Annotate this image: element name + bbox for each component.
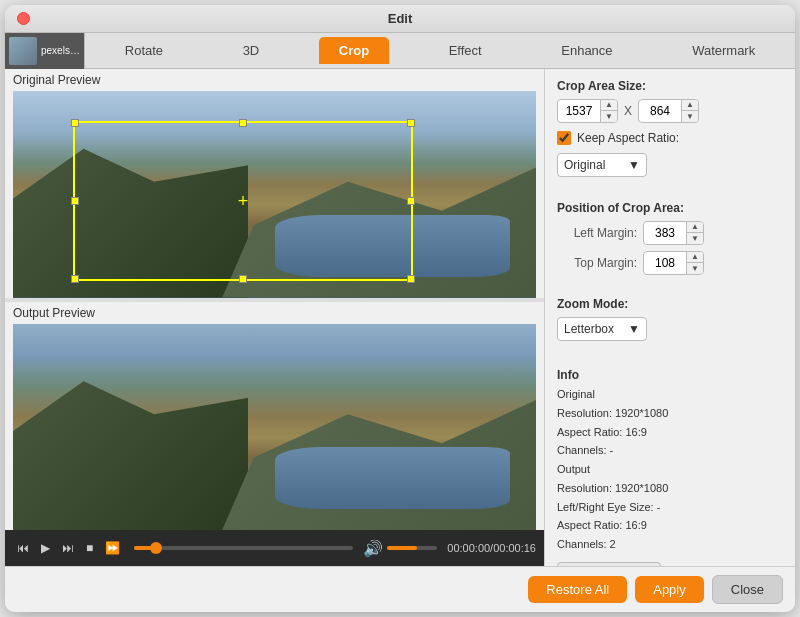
skip-forward-button[interactable]: ⏭	[58, 539, 78, 557]
left-margin-spinbox[interactable]: ▲ ▼	[643, 221, 704, 245]
zoom-dropdown[interactable]: Letterbox ▼	[557, 317, 647, 341]
right-panel: Crop Area Size: ▲ ▼ X ▲ ▼	[545, 69, 795, 566]
controls-bar: ⏮ ▶ ⏭ ■ ⏩ 🔊 00:00:00/00:00:16	[5, 530, 544, 566]
aspect-dropdown-value: Original	[564, 158, 605, 172]
main-window: Edit pexels-ma... Rotate 3D Crop Effect …	[5, 5, 795, 612]
close-button[interactable]: Close	[712, 575, 783, 604]
height-up-button[interactable]: ▲	[682, 99, 698, 111]
crop-handle-tl[interactable]	[71, 119, 79, 127]
stop-button[interactable]: ■	[82, 539, 97, 557]
crop-size-row: ▲ ▼ X ▲ ▼	[557, 99, 783, 123]
tab-crop[interactable]: Crop	[319, 37, 389, 64]
position-title: Position of Crop Area:	[557, 201, 783, 215]
aspect-dropdown[interactable]: Original ▼	[557, 153, 647, 177]
output-preview-video	[13, 324, 536, 531]
skip-back-button[interactable]: ⏮	[13, 539, 33, 557]
tab-bar: pexels-ma... Rotate 3D Crop Effect Enhan…	[5, 33, 795, 69]
original-preview-label: Original Preview	[5, 69, 544, 91]
height-spinbox[interactable]: ▲ ▼	[638, 99, 699, 123]
info-block: Info Original Resolution: 1920*1080 Aspe…	[557, 365, 783, 554]
crop-handle-br[interactable]	[407, 275, 415, 283]
title-bar: Edit	[5, 5, 795, 33]
top-margin-spin-arrows: ▲ ▼	[686, 251, 703, 275]
progress-dot	[150, 542, 162, 554]
original-preview-video: +	[13, 91, 536, 298]
tab-rotate[interactable]: Rotate	[105, 37, 183, 64]
thumbnail-image	[9, 37, 37, 65]
top-margin-row: Top Margin: ▲ ▼	[557, 251, 783, 275]
original-preview-section: Original Preview	[5, 69, 544, 298]
output-preview-label: Output Preview	[5, 302, 544, 324]
volume-icon[interactable]: 🔊	[363, 539, 383, 558]
top-margin-down[interactable]: ▼	[687, 263, 703, 275]
tab-enhance[interactable]: Enhance	[541, 37, 632, 64]
height-input[interactable]	[639, 102, 681, 120]
left-margin-up[interactable]: ▲	[687, 221, 703, 233]
preview-panel: Original Preview	[5, 69, 545, 566]
info-original-aspect: Aspect Ratio: 16:9	[557, 423, 783, 442]
width-up-button[interactable]: ▲	[601, 99, 617, 111]
info-output-channels: Channels: 2	[557, 535, 783, 554]
window-title: Edit	[388, 11, 413, 26]
next-frame-button[interactable]: ⏩	[101, 539, 124, 557]
left-margin-label: Left Margin:	[557, 226, 637, 240]
crop-handle-tm[interactable]	[239, 119, 247, 127]
left-margin-spin-arrows: ▲ ▼	[686, 221, 703, 245]
width-spinbox[interactable]: ▲ ▼	[557, 99, 618, 123]
info-output-eye-size: Left/Right Eye Size: -	[557, 498, 783, 517]
width-input[interactable]	[558, 102, 600, 120]
crop-handle-mr[interactable]	[407, 197, 415, 205]
x-separator: X	[624, 104, 632, 118]
progress-track[interactable]	[134, 546, 353, 550]
top-margin-input[interactable]	[644, 254, 686, 272]
crop-handle-tr[interactable]	[407, 119, 415, 127]
volume-area: 🔊	[363, 539, 437, 558]
width-down-button[interactable]: ▼	[601, 111, 617, 123]
keep-aspect-row: Keep Aspect Ratio:	[557, 131, 783, 145]
top-margin-spinbox[interactable]: ▲ ▼	[643, 251, 704, 275]
info-output-label: Output	[557, 460, 783, 479]
height-spin-arrows: ▲ ▼	[681, 99, 698, 123]
info-output-aspect: Aspect Ratio: 16:9	[557, 516, 783, 535]
info-original-label: Original	[557, 385, 783, 404]
tab-3d[interactable]: 3D	[223, 37, 280, 64]
crop-handle-ml[interactable]	[71, 197, 79, 205]
output-lake-shape	[275, 447, 510, 509]
crop-handle-bl[interactable]	[71, 275, 79, 283]
info-original-channels: Channels: -	[557, 441, 783, 460]
zoom-dropdown-row: Letterbox ▼	[557, 317, 783, 341]
keep-aspect-label: Keep Aspect Ratio:	[577, 131, 679, 145]
height-down-button[interactable]: ▼	[682, 111, 698, 123]
left-margin-down[interactable]: ▼	[687, 233, 703, 245]
output-preview-section: Output Preview	[5, 302, 544, 531]
zoom-mode-title: Zoom Mode:	[557, 297, 783, 311]
close-window-button[interactable]	[17, 12, 30, 25]
volume-fill	[387, 546, 417, 550]
time-display: 00:00:00/00:00:16	[447, 542, 536, 554]
main-content: Original Preview	[5, 69, 795, 566]
apply-button[interactable]: Apply	[635, 576, 704, 603]
left-margin-input[interactable]	[644, 224, 686, 242]
left-margin-row: Left Margin: ▲ ▼	[557, 221, 783, 245]
crop-area-size-title: Crop Area Size:	[557, 79, 783, 93]
volume-bar[interactable]	[387, 546, 437, 550]
tab-effect[interactable]: Effect	[429, 37, 502, 64]
aspect-dropdown-row: Original ▼	[557, 153, 783, 177]
crop-overlay[interactable]: +	[73, 121, 413, 281]
file-name: pexels-ma...	[41, 45, 80, 56]
info-original-resolution: Resolution: 1920*1080	[557, 404, 783, 423]
footer: Restore All Apply Close	[5, 566, 795, 612]
info-title: Info	[557, 365, 783, 385]
keep-aspect-checkbox[interactable]	[557, 131, 571, 145]
tab-watermark[interactable]: Watermark	[672, 37, 775, 64]
top-margin-up[interactable]: ▲	[687, 251, 703, 263]
zoom-dropdown-arrow: ▼	[628, 322, 640, 336]
info-output-resolution: Resolution: 1920*1080	[557, 479, 783, 498]
play-button[interactable]: ▶	[37, 539, 54, 557]
zoom-dropdown-value: Letterbox	[564, 322, 614, 336]
crop-handle-bm[interactable]	[239, 275, 247, 283]
file-thumbnail: pexels-ma...	[5, 33, 85, 69]
progress-container	[134, 546, 353, 550]
restore-all-button[interactable]: Restore All	[528, 576, 627, 603]
crop-center-icon: +	[238, 191, 249, 212]
